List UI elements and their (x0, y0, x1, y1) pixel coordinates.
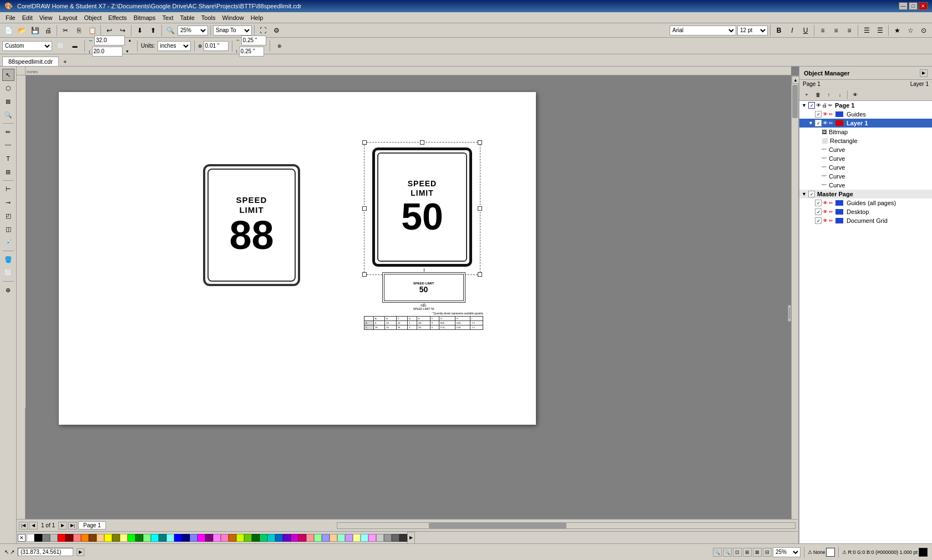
hscrollbar[interactable] (337, 522, 796, 529)
palette-color-silver[interactable] (50, 534, 58, 542)
palette-color-purple[interactable] (205, 534, 213, 542)
palette-color-lightgray[interactable] (376, 534, 384, 542)
palette-color-lightgreen[interactable] (143, 534, 151, 542)
tree-guides[interactable]: ✓ 👁 ✏ Guides (799, 110, 932, 119)
units-select[interactable]: inches mm cm pixels (158, 41, 191, 51)
menu-object[interactable]: Object (80, 13, 105, 22)
palette-color-brown[interactable] (89, 534, 97, 542)
export-button[interactable]: ⬆ (147, 24, 159, 37)
tree-curve2[interactable]: 〰 Curve (799, 154, 932, 163)
palette-color-mintgreen[interactable] (314, 534, 322, 542)
zoom-prev-btn[interactable]: ⊠ (753, 548, 762, 557)
open-button[interactable]: 📂 (16, 24, 28, 37)
freehand-tool[interactable]: ✏ (2, 126, 14, 138)
menu-window[interactable]: Window (219, 13, 247, 22)
tab-main[interactable]: 88speedlimit.cdr (2, 57, 59, 66)
palette-color-chartreuse[interactable] (236, 534, 244, 542)
maximize-button[interactable]: □ (909, 2, 918, 10)
palette-color-gray[interactable] (42, 534, 50, 542)
palette-color-orange[interactable] (81, 534, 89, 542)
menu-help[interactable]: Help (247, 13, 267, 22)
shape-tool[interactable]: ⬡ (2, 82, 14, 94)
om-expand[interactable]: ▶ (920, 69, 928, 77)
palette-color-lightyellow2[interactable] (353, 534, 361, 542)
palette-color-darkgray[interactable] (392, 534, 399, 542)
crop-tool[interactable]: ⊠ (2, 95, 14, 108)
om-show-all[interactable]: 👁 (850, 90, 860, 100)
zoom-out-btn[interactable]: 🔍 (713, 548, 722, 557)
align-center[interactable]: ≡ (830, 24, 842, 37)
om-move-up[interactable]: ↑ (824, 90, 834, 100)
guides-all-checkbox[interactable]: ✓ (815, 200, 822, 206)
tree-masterpage[interactable]: ▼ ✓ Master Page (799, 190, 932, 198)
page-last[interactable]: ▶| (68, 522, 77, 530)
status-arrow-btn[interactable]: ▶ (77, 548, 84, 556)
smartdraw-tool[interactable]: 〰 (2, 139, 14, 151)
tree-curve4[interactable]: 〰 Curve (799, 172, 932, 181)
menu-effects[interactable]: Effects (105, 13, 130, 22)
apply-button[interactable]: ⊕ (273, 40, 286, 52)
handle-tm[interactable] (420, 140, 424, 145)
page-next[interactable]: ▶ (58, 522, 67, 530)
palette-none-color[interactable]: ✕ (18, 534, 26, 542)
tree-page1[interactable]: ▼ ✓ 👁 🖨 ✏ Page 1 (799, 101, 932, 110)
circle-button[interactable]: ⊙ (918, 24, 930, 37)
text-tool[interactable]: T (2, 152, 14, 165)
tree-curve3[interactable]: 〰 Curve (799, 163, 932, 172)
tab-add[interactable]: + (60, 57, 70, 66)
om-new-layer[interactable]: + (802, 90, 812, 100)
transparency-tool[interactable]: ◫ (2, 223, 14, 235)
tree-layer1[interactable]: ▼ ✓ 👁 ✏ Layer 1 (799, 119, 932, 128)
palette-color-salmon[interactable] (306, 534, 314, 542)
landscape-button[interactable]: ▬ (69, 40, 81, 52)
underline-button[interactable]: U (799, 24, 812, 37)
layer1-checkbox[interactable]: ✓ (815, 120, 822, 126)
width-up[interactable]: ▲ (126, 38, 134, 43)
parallel-dim[interactable]: ⊢ (2, 183, 14, 195)
select-tool[interactable]: ↖ (2, 69, 14, 81)
align-left[interactable]: ≡ (817, 24, 829, 37)
palette-color-darkred[interactable] (65, 534, 73, 542)
redo-button[interactable]: ↪ (116, 24, 129, 37)
y-nudge-input[interactable] (239, 47, 264, 57)
panel-resize-handle[interactable] (788, 305, 791, 322)
fill-tool[interactable]: 🪣 (2, 253, 14, 266)
font-size-select[interactable]: 12 pt (737, 26, 768, 35)
palette-color-darkviolet[interactable] (283, 534, 291, 542)
vertical-scrollbar[interactable]: ▲ ▼ (791, 75, 799, 560)
palette-color-green[interactable] (135, 534, 143, 542)
zoom-next-btn[interactable]: ⊟ (763, 548, 772, 557)
shadow-tool[interactable]: ◰ (2, 210, 14, 222)
page-width-input[interactable] (94, 35, 125, 45)
palette-color-darkcyan[interactable] (267, 534, 275, 542)
zoom-out-tb[interactable]: 🔍 (164, 24, 176, 37)
palette-color-crimson[interactable] (298, 534, 306, 542)
palette-color-pink[interactable] (213, 534, 221, 542)
palette-color-peach[interactable] (97, 534, 104, 542)
palette-color-bisque[interactable] (330, 534, 337, 542)
palette-color-medseagreen[interactable] (260, 534, 267, 542)
palette-color-navy[interactable] (182, 534, 190, 542)
undo-button[interactable]: ↩ (103, 24, 115, 37)
num-list[interactable]: ☰ (874, 24, 886, 37)
palette-color-white[interactable] (27, 534, 34, 542)
print-button[interactable]: 🖨 (42, 24, 54, 37)
tree-bitmap[interactable]: 🖼 Bitmap (799, 128, 932, 136)
tree-rectangle[interactable]: ⬜ Rectangle (799, 136, 932, 145)
paste-button[interactable]: 📋 (86, 24, 98, 37)
handle-tr[interactable] (478, 140, 482, 145)
palette-scroll-right[interactable]: ▶ (407, 532, 415, 544)
menu-layout[interactable]: Layout (55, 13, 80, 22)
height-up[interactable]: ▼ (124, 49, 131, 54)
palette-color-icecyan[interactable] (361, 534, 368, 542)
save-button[interactable]: 💾 (29, 24, 41, 37)
tree-desktop[interactable]: ✓ 👁 ✏ Desktop (799, 207, 932, 216)
color-eyedrop[interactable]: 💉 (2, 236, 14, 248)
new-button[interactable]: 📄 (2, 24, 14, 37)
menu-bitmaps[interactable]: Bitmaps (130, 13, 159, 22)
palette-color-lightyellow[interactable] (120, 534, 128, 542)
bold-button[interactable]: B (773, 24, 785, 37)
palette-color-yellow[interactable] (104, 534, 112, 542)
palette-color-black[interactable] (34, 534, 42, 542)
canvas-area[interactable]: inches SPEEDLIMIT 88 (17, 67, 799, 560)
